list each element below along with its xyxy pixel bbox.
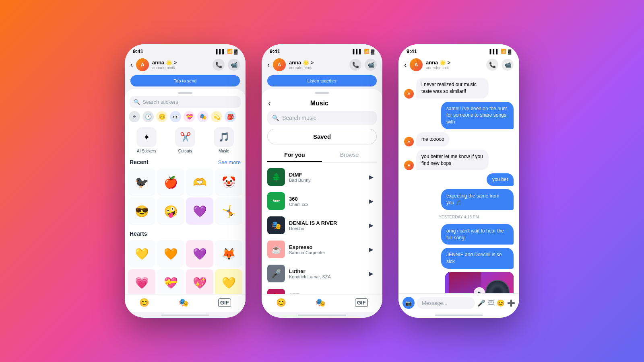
emoji-cat-5[interactable]: 💫 xyxy=(211,111,222,122)
track-artist-5: Kendrick Lamar, SZA xyxy=(289,274,361,279)
chat-row-4: A you better let me know if you find new… xyxy=(404,150,514,171)
sticker-4[interactable]: 🤡 xyxy=(215,169,242,196)
tab-browse[interactable]: Browse xyxy=(322,148,377,162)
add-icon[interactable]: ➕ xyxy=(507,299,515,307)
music-tabs: For you Browse xyxy=(267,148,377,162)
chat-avatar-1: A xyxy=(404,89,414,99)
sticker-toolbar-icon-1[interactable]: 🎭 xyxy=(179,298,189,307)
sticker-toolbar-icon-2[interactable]: 🎭 xyxy=(316,298,326,307)
sticker-6[interactable]: 🤪 xyxy=(157,197,184,225)
heart-sticker-8[interactable]: 💛 xyxy=(215,269,242,294)
ai-stickers-shortcut[interactable]: ✦ AI Stickers xyxy=(136,127,157,153)
time-2: 9:41 xyxy=(270,48,280,54)
call-button-2[interactable]: 📞 xyxy=(349,59,361,71)
play-button-3[interactable]: ▶ xyxy=(365,220,377,231)
track-3[interactable]: 🎭 DENIAL IS A RIVER Doechii ▶ xyxy=(262,213,382,237)
play-button-1[interactable]: ▶ xyxy=(365,171,377,183)
signal-icon-3: ▌▌▌ xyxy=(490,49,499,54)
user-info-2: anna 🌟 > annadominik xyxy=(289,60,346,70)
sticker-main-scroll[interactable]: Recent See more 🐦‍⬛ 🍎 🫶 🤡 😎 🤪 💜 🤸 Hearts… xyxy=(125,157,246,294)
sheet-handle-2 xyxy=(315,92,329,94)
gallery-icon[interactable]: 🖼 xyxy=(488,299,494,306)
partial-bubble-2: Listen together xyxy=(267,75,377,86)
ai-stickers-icon: ✦ xyxy=(136,127,157,147)
sticker-5[interactable]: 😎 xyxy=(128,197,155,225)
cutouts-shortcut[interactable]: ✂️ Cutouts xyxy=(175,127,195,153)
sheet-handle-1 xyxy=(178,92,192,94)
emoji-toolbar-icon-2[interactable]: 😊 xyxy=(276,298,286,307)
emoji-cat-1[interactable]: 😊 xyxy=(156,111,167,122)
sticker-7[interactable]: 💜 xyxy=(186,197,213,225)
sticker-search-bar[interactable]: 🔍 Search stickers xyxy=(130,96,241,108)
play-button-2[interactable]: ▶ xyxy=(365,195,377,207)
music-shortcut[interactable]: 🎵 Music xyxy=(214,127,234,153)
track-6[interactable]: 🌹 APT ROSÉ, Bruno Mars ▶ xyxy=(262,286,382,294)
sticker-category-row: + 🕐 😊 👀 💝 🎭 💫 🎒 xyxy=(125,111,246,125)
bubble-3: me tooooo xyxy=(416,132,450,146)
user-name-3: anna 🌟 > xyxy=(426,60,483,66)
track-title-1: DtMF xyxy=(289,172,361,178)
track-4[interactable]: ☕ Espresso Sabrina Carpenter ▶ xyxy=(262,237,382,261)
video-button-1[interactable]: 📹 xyxy=(228,59,240,71)
music-search-bar[interactable]: 🔍 Search music xyxy=(267,111,377,125)
sticker-8[interactable]: 🤸 xyxy=(215,197,242,225)
chat-avatar-3: A xyxy=(404,137,414,146)
sticker-2[interactable]: 🍎 xyxy=(157,169,184,196)
track-2[interactable]: brat 360 Charli xcx ▶ xyxy=(262,189,382,213)
gif-toolbar-icon-2[interactable]: GIF xyxy=(355,298,368,307)
gif-toolbar-icon-1[interactable]: GIF xyxy=(218,298,231,307)
see-more-button[interactable]: See more xyxy=(218,159,241,165)
top-nav-2: ‹ A anna 🌟 > annadominik 📞 📹 xyxy=(262,56,382,74)
signal-icon-1: ▌▌▌ xyxy=(216,49,225,54)
recent-icon[interactable]: 🕐 xyxy=(142,111,154,122)
music-share-card[interactable]: EXTRA L ▶ EXTRA L JENNIE & Doechii xyxy=(445,272,514,293)
track-5[interactable]: 🎤 Luther Kendrick Lamar, SZA ▶ xyxy=(262,261,382,286)
heart-sticker-2[interactable]: 🧡 xyxy=(157,240,184,267)
add-category-icon[interactable]: + xyxy=(129,111,140,122)
user-info-1: anna 🌟 > annadominik xyxy=(152,60,209,70)
mic-icon[interactable]: 🎤 xyxy=(477,299,485,307)
sticker-sheet: 🔍 Search stickers + 🕐 😊 👀 💝 🎭 💫 🎒 ✦ AI S… xyxy=(125,89,246,312)
music-play-button[interactable]: ▶ xyxy=(474,287,485,293)
sticker-1[interactable]: 🐦‍⬛ xyxy=(128,169,155,196)
track-1[interactable]: 🌲 DtMF Bad Bunny ▶ xyxy=(262,165,382,189)
heart-sticker-1[interactable]: 💛 xyxy=(128,240,155,267)
back-button-1[interactable]: ‹ xyxy=(130,61,133,69)
track-info-3: DENIAL IS A RIVER Doechii xyxy=(289,220,361,231)
sticker-icon[interactable]: 😊 xyxy=(497,299,505,307)
user-sub-3: annadominik xyxy=(426,66,483,70)
heart-sticker-5[interactable]: 💗 xyxy=(128,269,155,294)
emoji-cat-2[interactable]: 👀 xyxy=(170,111,181,122)
call-button-3[interactable]: 📞 xyxy=(486,59,498,71)
call-button-1[interactable]: 📞 xyxy=(213,59,225,71)
video-button-3[interactable]: 📹 xyxy=(502,59,514,71)
music-list[interactable]: 🌲 DtMF Bad Bunny ▶ brat 360 Charli xcx ▶… xyxy=(262,162,382,294)
message-input[interactable]: Message... xyxy=(417,297,475,309)
saved-button[interactable]: Saved xyxy=(267,129,377,144)
video-button-2[interactable]: 📹 xyxy=(365,59,377,71)
camera-button[interactable]: 📷 xyxy=(402,297,415,309)
music-back-button[interactable]: ‹ xyxy=(268,99,271,108)
emoji-cat-4[interactable]: 🎭 xyxy=(197,111,208,122)
play-button-4[interactable]: ▶ xyxy=(365,244,377,255)
back-button-2[interactable]: ‹ xyxy=(267,61,270,69)
play-button-5[interactable]: ▶ xyxy=(365,268,377,279)
heart-sticker-6[interactable]: 💝 xyxy=(157,269,184,294)
chat-phone: 9:41 ▌▌▌ 📶 ▓ ‹ A anna 🌟 > annadominik 📞 … xyxy=(398,44,519,318)
emoji-cat-3[interactable]: 💝 xyxy=(184,111,195,122)
heart-sticker-3[interactable]: 💜 xyxy=(186,240,213,267)
chat-area[interactable]: A i never realized our music taste was s… xyxy=(398,74,519,293)
back-button-3[interactable]: ‹ xyxy=(404,61,407,69)
tab-for-you[interactable]: For you xyxy=(267,148,322,162)
chat-row-7: omg i can't wait to hear the full song! xyxy=(404,224,514,245)
hearts-section-header: Hearts xyxy=(128,229,242,240)
heart-sticker-4[interactable]: 🦊 xyxy=(215,240,242,267)
emoji-toolbar-icon-1[interactable]: 😊 xyxy=(139,298,149,307)
track-art-4: ☕ xyxy=(267,241,285,258)
emoji-cat-6[interactable]: 🎒 xyxy=(225,111,236,122)
bubble-1: i never realized our music taste was so … xyxy=(416,78,489,99)
battery-icon-3: ▓ xyxy=(508,49,511,54)
heart-sticker-7[interactable]: 💖 xyxy=(186,269,213,294)
sticker-3[interactable]: 🫶 xyxy=(186,169,213,196)
signal-icon-2: ▌▌▌ xyxy=(353,49,362,54)
